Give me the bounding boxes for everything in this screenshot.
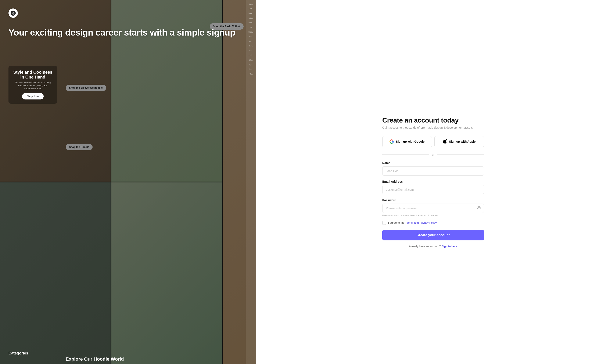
password-label: Password — [382, 198, 484, 202]
create-account-button[interactable]: Create your account — [382, 230, 484, 240]
signin-row: Already have an account? Sign in here — [382, 245, 484, 248]
explore-hoodie-card: Explore Our Hoodie World — [66, 356, 124, 362]
side-item-cu: Cu... — [247, 58, 255, 62]
name-label: Name — [382, 161, 484, 165]
svg-point-2 — [478, 207, 479, 208]
apple-icon — [443, 139, 447, 144]
right-panel: Create an account today Gain access to t… — [256, 0, 610, 364]
side-item-ig: IG — [247, 26, 255, 29]
divider-text: or — [432, 153, 434, 156]
side-item-5: hoo... — [247, 21, 255, 25]
name-form-group: Name — [382, 161, 484, 176]
categories-section: Categories — [9, 351, 28, 358]
logo-badge: ◎ — [9, 9, 18, 18]
side-item-sto: Sto... — [247, 67, 255, 71]
terms-link[interactable]: Terms, and Privacy Policy — [405, 221, 437, 224]
left-panel: ◎ Your exciting design career starts wit… — [0, 0, 256, 364]
signin-prompt-text: Already have an account? — [409, 245, 441, 248]
style-card-title: Style and Coolness in One Hand — [13, 70, 53, 79]
logo-icon: ◎ — [10, 10, 16, 16]
explore-card-title: Explore Our Hoodie World — [66, 356, 124, 362]
side-item-pri: Pri... — [247, 72, 255, 76]
side-navigation-strip: bo... Loy... hoo... tre... hoo... IG Sho… — [246, 0, 256, 364]
side-item-4: tre... — [247, 16, 255, 20]
side-item-sal: Sal... — [247, 49, 255, 52]
style-card-description: Discover Hoodies That Are a Dazzling Fas… — [13, 81, 53, 90]
google-icon — [390, 140, 394, 144]
side-item-shop: Sho... — [247, 30, 255, 34]
side-item-hel: Hel... — [247, 53, 255, 57]
side-item-wo: Wo... — [247, 35, 255, 39]
hero-text-area: Your exciting design career starts with … — [9, 27, 235, 38]
apple-btn-label: Sign up with Apple — [449, 140, 475, 143]
side-item-2: Loy... — [247, 7, 255, 11]
terms-label: I agree to the Terms, and Privacy Policy — [388, 221, 437, 224]
side-item-kid: Kid... — [247, 44, 255, 48]
google-signup-button[interactable]: Sign up with Google — [382, 136, 432, 147]
signup-container: Create an account today Gain access to t… — [382, 117, 484, 248]
terms-checkbox[interactable] — [382, 221, 386, 225]
password-input[interactable] — [382, 204, 484, 213]
password-form-group: Password Passwords must contain atleast … — [382, 198, 484, 217]
or-divider: or — [382, 153, 484, 156]
categories-heading: Categories — [9, 351, 28, 355]
page-subtitle: Gain access to thousands of pre-made des… — [382, 126, 484, 129]
side-item-my: My... — [247, 63, 255, 66]
divider-line-left — [382, 155, 429, 155]
dark-overlay — [0, 0, 256, 364]
shop-now-button[interactable]: Shop Now — [22, 93, 44, 100]
password-hint: Passwords must contain atleast 1 letter … — [382, 214, 484, 217]
divider-line-right — [437, 155, 484, 155]
side-item-3: hoo... — [247, 12, 255, 15]
svg-text:◎: ◎ — [12, 12, 15, 15]
page-title: Create an account today — [382, 117, 484, 124]
side-item-ma: Ma... — [247, 39, 255, 43]
style-coolness-card: Style and Coolness in One Hand Discover … — [9, 65, 57, 104]
email-input[interactable] — [382, 185, 484, 194]
signin-link[interactable]: Sign in here — [442, 245, 457, 248]
hero-heading: Your exciting design career starts with … — [9, 27, 235, 38]
email-form-group: Email Address — [382, 180, 484, 194]
name-input[interactable] — [382, 166, 484, 176]
email-label: Email Address — [382, 180, 484, 183]
terms-checkbox-row: I agree to the Terms, and Privacy Policy — [382, 221, 484, 225]
side-item-1: bo... — [247, 2, 255, 6]
toggle-password-icon[interactable] — [477, 206, 481, 211]
apple-signup-button[interactable]: Sign up with Apple — [434, 136, 484, 147]
google-btn-label: Sign up with Google — [396, 140, 424, 143]
social-buttons-row: Sign up with Google Sign up with Apple — [382, 136, 484, 147]
password-wrapper — [382, 204, 484, 213]
